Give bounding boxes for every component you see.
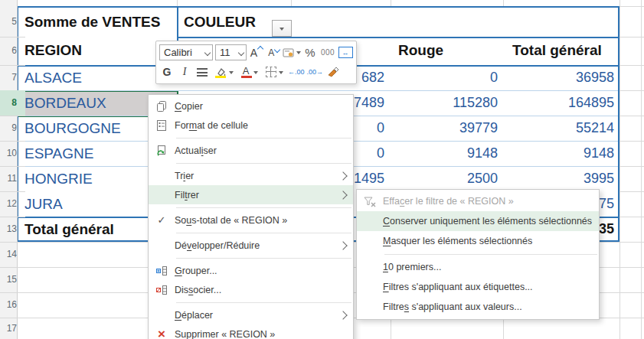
submenu-arrow-icon xyxy=(340,310,346,321)
center-align-icon xyxy=(197,68,208,77)
menu-separator xyxy=(176,207,351,208)
italic-button[interactable]: I xyxy=(177,64,192,80)
borders-button[interactable] xyxy=(263,64,286,80)
bold-button[interactable]: G xyxy=(159,64,175,80)
row-label-bourgogne[interactable]: BOURGOGNE xyxy=(25,116,121,141)
row-header-7[interactable]: 7 xyxy=(0,65,25,91)
menu-item-filtres-etiquettes[interactable]: Filtres s'appliquant aux étiquettes... xyxy=(357,277,599,297)
center-align-button[interactable] xyxy=(195,64,210,80)
fill-color-button[interactable] xyxy=(212,64,235,80)
menu-item-label: Filtres s'appliquant aux étiquettes... xyxy=(383,282,599,292)
row-label-espagne[interactable]: ESPAGNE xyxy=(25,141,93,166)
decrease-font-size-button[interactable]: A xyxy=(266,44,282,61)
clear-filter-icon xyxy=(363,196,377,207)
number-format-button[interactable] xyxy=(284,44,300,61)
menu-item-icon-gutter: ✓ xyxy=(149,214,175,226)
submenu-arrow-icon xyxy=(340,190,346,200)
value-total-general[interactable]: 164895 xyxy=(478,90,614,116)
menu-item-dix-premiers[interactable]: 10 premiers... xyxy=(357,257,599,277)
submenu-arrow-icon xyxy=(340,171,346,181)
menu-item-supprimer-region[interactable]: ×Supprimer « REGION » xyxy=(149,324,353,339)
fill-color-swatch xyxy=(215,76,226,79)
row-header-9[interactable]: 9 xyxy=(0,116,25,142)
menu-item-conserver-elements[interactable]: Conserver uniquement les éléments sélect… xyxy=(357,211,599,231)
row-header-6[interactable]: 6 xyxy=(0,37,25,66)
row-label-hongrie[interactable]: HONGRIE xyxy=(25,166,93,191)
menu-item-label: Filtrer xyxy=(175,190,340,200)
mini-toolbar: Calibri 11 A A % 000 ↔ xyxy=(155,41,357,84)
row-header-11[interactable]: 11 xyxy=(0,166,25,192)
row-header-16[interactable]: 16 xyxy=(0,292,25,318)
dropdown-arrow-icon xyxy=(279,71,283,77)
menu-item-trier[interactable]: Trier xyxy=(149,166,353,185)
menu-item-label: Trier xyxy=(175,171,340,181)
menu-item-label: Développer/Réduire xyxy=(175,240,340,251)
dropdown-arrow-icon xyxy=(296,51,301,57)
menu-item-effacer-filtre[interactable]: Effacer le filtre de « REGION » xyxy=(357,191,599,211)
menu-item-sous-total-region[interactable]: ✓Sous-total de « REGION » xyxy=(149,210,353,230)
increase-font-size-button[interactable]: A xyxy=(249,44,264,61)
menu-item-actualiser[interactable]: Actualiser xyxy=(149,141,353,160)
row-header-12[interactable]: 12 xyxy=(0,191,25,217)
column-header-total-general[interactable]: Total général xyxy=(512,37,602,64)
chevron-down-icon xyxy=(204,50,211,56)
font-name-combo[interactable]: Calibri xyxy=(159,44,213,60)
menu-separator xyxy=(176,258,351,259)
menu-item-dissocier[interactable]: Dissocier... xyxy=(149,280,353,299)
menu-item-label: Filtres s'appliquant aux valeurs... xyxy=(383,302,599,312)
format-cells-icon xyxy=(155,119,168,132)
menu-item-filtres-valeurs[interactable]: Filtres s'appliquant aux valeurs... xyxy=(357,297,599,317)
menu-item-icon-gutter: × xyxy=(149,328,175,339)
pivot-column-field-label[interactable]: COULEUR xyxy=(184,8,256,37)
font-size-combo[interactable]: 11 xyxy=(215,44,247,60)
decrease-font-icon xyxy=(274,47,280,53)
menu-item-label: Masquer les éléments sélectionnés xyxy=(383,236,599,246)
menu-item-format-de-cellule[interactable]: Format de cellule xyxy=(149,116,353,135)
menu-item-copier[interactable]: Copier xyxy=(149,96,353,116)
menu-item-icon-gutter xyxy=(149,265,175,277)
pivot-row-field-label[interactable]: REGION xyxy=(25,37,82,64)
merge-center-button[interactable]: ↔ xyxy=(338,44,353,61)
menu-item-label: Conserver uniquement les éléments sélect… xyxy=(383,216,599,227)
comma-style-button[interactable]: 000 xyxy=(320,44,335,61)
menu-item-icon-gutter xyxy=(149,119,175,132)
row-header-14[interactable]: 14 xyxy=(0,242,25,268)
menu-separator xyxy=(176,302,351,303)
menu-item-label: Actualiser xyxy=(175,145,353,156)
format-painter-button[interactable] xyxy=(325,64,341,80)
menu-item-deplacer[interactable]: Déplacer xyxy=(149,305,353,324)
value-total-general[interactable]: 55214 xyxy=(478,116,614,141)
column-header-rouge[interactable]: Rouge xyxy=(398,37,443,64)
menu-item-grouper[interactable]: Grouper... xyxy=(149,261,353,280)
format-painter-icon xyxy=(327,67,340,78)
menu-item-developper-reduire[interactable]: Développer/Réduire xyxy=(149,236,353,255)
value-total-general[interactable]: 3995 xyxy=(478,166,614,191)
row-header-17[interactable]: 17 xyxy=(0,318,25,339)
menu-item-filtrer[interactable]: Filtrer xyxy=(149,185,353,204)
row-label-jura[interactable]: JURA xyxy=(25,191,63,217)
sheet-gridline-vertical xyxy=(641,0,642,339)
value-total-general[interactable]: 36958 xyxy=(478,65,614,90)
row-label-total-g-n-ral[interactable]: Total général xyxy=(25,217,114,242)
check-icon: ✓ xyxy=(158,214,166,226)
pivot-value-field-label[interactable]: Somme de VENTES xyxy=(25,8,160,37)
row-header-8[interactable]: 8 xyxy=(0,90,25,116)
increase-decimal-button[interactable]: ←.00 xyxy=(288,64,305,80)
context-menu: CopierFormat de celluleActualiserTrierFi… xyxy=(148,94,354,339)
row-header-13[interactable]: 13 xyxy=(0,217,25,243)
decrease-decimal-button[interactable]: .00→ xyxy=(307,64,324,80)
menu-item-label: Copier xyxy=(175,101,353,112)
row-header-15[interactable]: 15 xyxy=(0,267,25,293)
row-label-alsace[interactable]: ALSACE xyxy=(25,65,82,90)
couleur-filter-dropdown[interactable] xyxy=(272,20,292,37)
increase-font-icon xyxy=(257,46,263,52)
font-color-button[interactable]: A xyxy=(237,64,260,80)
percent-style-button[interactable]: % xyxy=(302,44,318,61)
row-label-bordeaux[interactable]: BORDEAUX xyxy=(25,90,106,116)
row-header-10[interactable]: 10 xyxy=(0,141,25,167)
row-header-5[interactable]: 5 xyxy=(0,6,25,37)
value-total-general[interactable]: 9148 xyxy=(478,141,614,166)
menu-item-label: Déplacer xyxy=(175,310,340,321)
merge-center-icon: ↔ xyxy=(338,47,353,58)
menu-item-masquer-elements[interactable]: Masquer les éléments sélectionnés xyxy=(357,231,599,251)
